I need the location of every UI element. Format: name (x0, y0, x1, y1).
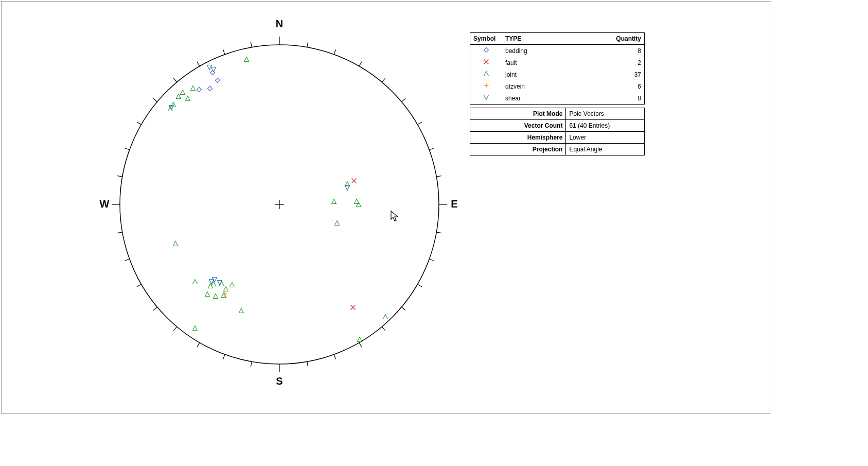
legend-quantity-value: 8 (607, 92, 645, 105)
svg-line-7 (417, 122, 422, 125)
legend-row: joint37 (470, 68, 645, 80)
meta-val-vectorcount: 61 (40 Entries) (566, 120, 645, 132)
svg-marker-58 (332, 199, 336, 204)
legend-quantity-value: 37 (607, 68, 645, 80)
svg-line-30 (125, 148, 129, 150)
svg-marker-92 (484, 95, 489, 100)
svg-line-23 (173, 326, 176, 331)
legend-table: Symbol TYPE Quantity bedding8fault2joint… (470, 32, 645, 105)
svg-line-13 (417, 284, 422, 287)
svg-line-34 (197, 62, 200, 66)
svg-line-25 (137, 284, 141, 287)
svg-marker-73 (205, 292, 210, 297)
svg-line-4 (359, 62, 362, 66)
legend-type-label: shear (502, 92, 607, 105)
svg-marker-62 (335, 221, 340, 226)
legend-type-label: bedding (502, 45, 607, 57)
svg-line-11 (436, 232, 441, 233)
svg-line-26 (125, 259, 129, 261)
svg-line-17 (334, 354, 335, 359)
svg-line-24 (153, 307, 157, 310)
svg-text:W: W (100, 198, 110, 210)
svg-line-31 (137, 122, 141, 125)
svg-line-35 (223, 49, 225, 54)
svg-line-15 (382, 326, 385, 331)
svg-marker-46 (208, 87, 212, 91)
svg-marker-89 (484, 72, 489, 76)
svg-line-29 (117, 176, 122, 177)
svg-marker-86 (484, 48, 489, 53)
svg-line-6 (401, 98, 405, 101)
meta-key-projection: Projection (470, 144, 566, 156)
svg-line-2 (307, 42, 308, 47)
legend-quantity-value: 2 (607, 57, 645, 68)
legend-row: qtzvein6 (470, 80, 645, 92)
svg-text:E: E (451, 198, 457, 210)
svg-line-21 (223, 354, 225, 359)
legend-symbol-icon (470, 92, 503, 105)
legend-type-label: joint (502, 68, 607, 80)
svg-line-22 (197, 342, 200, 347)
svg-marker-57 (244, 57, 249, 62)
legend-symbol-icon (470, 57, 503, 68)
meta-key-plotmode: Plot Mode (470, 108, 566, 120)
legend-header-symbol: Symbol (470, 33, 503, 45)
meta-key-vectorcount: Vector Count (470, 120, 566, 132)
svg-line-32 (153, 98, 157, 101)
svg-marker-63 (173, 241, 178, 246)
meta-val-hemisphere: Lower (566, 132, 645, 144)
legend-row: bedding8 (470, 45, 645, 57)
svg-marker-71 (222, 293, 226, 298)
svg-line-8 (429, 148, 434, 150)
legend-header-quantity: Quantity (607, 33, 645, 45)
legend-type-label: fault (502, 57, 607, 68)
svg-text:N: N (276, 18, 283, 29)
legend-symbol-icon (470, 68, 503, 80)
svg-line-33 (173, 78, 176, 82)
svg-marker-65 (193, 280, 198, 284)
legend-quantity-value: 6 (607, 80, 645, 92)
svg-marker-45 (197, 88, 202, 92)
meta-val-plotmode: Pole Vectors (566, 108, 645, 120)
legend-symbol-icon (470, 45, 503, 57)
svg-line-20 (251, 361, 252, 367)
meta-table: Plot Mode Pole Vectors Vector Count 61 (… (470, 108, 645, 156)
svg-marker-51 (191, 86, 196, 91)
svg-marker-64 (193, 326, 198, 331)
meta-val-projection: Equal Angle (566, 144, 645, 156)
svg-line-36 (251, 42, 252, 47)
legend-row: fault2 (470, 57, 645, 68)
meta-key-hemisphere: Hemisphere (470, 132, 566, 144)
svg-marker-55 (186, 96, 190, 101)
svg-line-5 (382, 78, 385, 82)
info-panel: Symbol TYPE Quantity bedding8fault2joint… (470, 32, 645, 156)
svg-marker-75 (383, 315, 388, 319)
svg-line-12 (429, 259, 434, 261)
legend-type-label: qtzvein (502, 80, 607, 92)
svg-line-14 (401, 307, 405, 310)
svg-line-27 (117, 232, 122, 233)
svg-text:S: S (276, 375, 282, 387)
svg-marker-69 (224, 287, 228, 291)
svg-marker-76 (358, 337, 362, 342)
chart-frame: NSEW Symbol TYPE Quantity bedding8fault2… (1, 1, 771, 414)
svg-marker-70 (230, 283, 235, 287)
svg-line-3 (334, 49, 335, 54)
svg-marker-74 (239, 308, 244, 313)
legend-row: shear8 (470, 92, 645, 105)
legend-quantity-value: 8 (607, 45, 645, 57)
svg-marker-72 (214, 294, 218, 299)
svg-marker-44 (216, 78, 220, 83)
stereonet-plot: NSEW (84, 9, 475, 400)
svg-marker-52 (181, 90, 185, 95)
svg-line-16 (359, 342, 362, 347)
legend-header-type: TYPE (502, 33, 607, 45)
svg-line-18 (307, 361, 308, 367)
legend-symbol-icon (470, 80, 503, 92)
svg-line-9 (436, 176, 441, 177)
